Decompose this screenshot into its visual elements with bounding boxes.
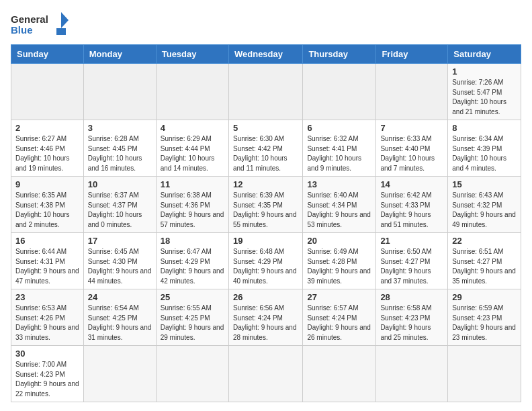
logo: General Blue bbox=[11, 11, 71, 36]
calendar-day-cell bbox=[228, 64, 302, 120]
day-info: Sunrise: 6:48 AM Sunset: 4:29 PM Dayligh… bbox=[233, 247, 298, 286]
day-number: 6 bbox=[307, 123, 371, 133]
day-info: Sunrise: 6:29 AM Sunset: 4:44 PM Dayligh… bbox=[161, 134, 224, 173]
calendar-header-sunday: Sunday bbox=[11, 45, 84, 64]
calendar-day-cell: 10Sunrise: 6:37 AM Sunset: 4:37 PM Dayli… bbox=[83, 177, 156, 233]
day-number: 26 bbox=[233, 292, 298, 302]
calendar-day-cell: 12Sunrise: 6:39 AM Sunset: 4:35 PM Dayli… bbox=[228, 177, 302, 233]
day-info: Sunrise: 6:33 AM Sunset: 4:40 PM Dayligh… bbox=[380, 134, 443, 173]
calendar-table: SundayMondayTuesdayWednesdayThursdayFrid… bbox=[11, 44, 521, 402]
calendar-day-cell: 18Sunrise: 6:47 AM Sunset: 4:29 PM Dayli… bbox=[156, 233, 228, 289]
svg-marker-2 bbox=[56, 12, 69, 35]
day-info: Sunrise: 6:43 AM Sunset: 4:32 PM Dayligh… bbox=[452, 191, 517, 230]
day-number: 1 bbox=[452, 66, 517, 77]
calendar-day-cell: 1Sunrise: 7:26 AM Sunset: 5:47 PM Daylig… bbox=[448, 64, 521, 120]
calendar-day-cell bbox=[303, 346, 376, 402]
day-info: Sunrise: 7:26 AM Sunset: 5:47 PM Dayligh… bbox=[452, 78, 517, 117]
day-info: Sunrise: 6:27 AM Sunset: 4:46 PM Dayligh… bbox=[15, 134, 79, 173]
calendar-header-wednesday: Wednesday bbox=[228, 45, 302, 64]
calendar-day-cell: 11Sunrise: 6:38 AM Sunset: 4:36 PM Dayli… bbox=[156, 177, 228, 233]
day-number: 29 bbox=[452, 292, 517, 302]
calendar-day-cell: 21Sunrise: 6:50 AM Sunset: 4:27 PM Dayli… bbox=[376, 233, 448, 289]
day-info: Sunrise: 6:40 AM Sunset: 4:34 PM Dayligh… bbox=[307, 191, 371, 230]
day-number: 7 bbox=[380, 123, 443, 133]
calendar-day-cell bbox=[156, 64, 228, 120]
svg-text:Blue: Blue bbox=[11, 24, 33, 36]
day-info: Sunrise: 6:30 AM Sunset: 4:42 PM Dayligh… bbox=[233, 134, 298, 173]
day-number: 8 bbox=[452, 123, 517, 133]
calendar-day-cell: 30Sunrise: 7:00 AM Sunset: 4:23 PM Dayli… bbox=[11, 346, 84, 402]
day-number: 22 bbox=[452, 236, 517, 246]
svg-text:General: General bbox=[11, 13, 48, 25]
calendar-day-cell: 19Sunrise: 6:48 AM Sunset: 4:29 PM Dayli… bbox=[228, 233, 302, 289]
calendar-day-cell: 23Sunrise: 6:53 AM Sunset: 4:26 PM Dayli… bbox=[11, 289, 84, 346]
day-number: 13 bbox=[307, 179, 371, 189]
day-number: 3 bbox=[88, 123, 152, 133]
calendar-day-cell: 9Sunrise: 6:35 AM Sunset: 4:38 PM Daylig… bbox=[11, 177, 84, 233]
day-info: Sunrise: 6:57 AM Sunset: 4:24 PM Dayligh… bbox=[307, 304, 371, 342]
calendar-day-cell: 6Sunrise: 6:32 AM Sunset: 4:41 PM Daylig… bbox=[303, 120, 376, 177]
day-number: 9 bbox=[15, 179, 79, 189]
day-number: 30 bbox=[15, 349, 79, 359]
calendar-week-row: 2Sunrise: 6:27 AM Sunset: 4:46 PM Daylig… bbox=[11, 120, 521, 177]
calendar-day-cell: 4Sunrise: 6:29 AM Sunset: 4:44 PM Daylig… bbox=[156, 120, 228, 177]
calendar-day-cell bbox=[376, 346, 448, 402]
day-info: Sunrise: 6:56 AM Sunset: 4:24 PM Dayligh… bbox=[233, 304, 298, 342]
calendar-day-cell bbox=[83, 346, 156, 402]
calendar-day-cell bbox=[83, 64, 156, 120]
day-number: 25 bbox=[161, 292, 224, 302]
day-number: 28 bbox=[380, 292, 443, 302]
calendar-day-cell bbox=[303, 64, 376, 120]
calendar-day-cell: 15Sunrise: 6:43 AM Sunset: 4:32 PM Dayli… bbox=[448, 177, 521, 233]
day-info: Sunrise: 6:44 AM Sunset: 4:31 PM Dayligh… bbox=[15, 247, 79, 286]
calendar-day-cell: 27Sunrise: 6:57 AM Sunset: 4:24 PM Dayli… bbox=[303, 289, 376, 346]
day-info: Sunrise: 6:58 AM Sunset: 4:23 PM Dayligh… bbox=[380, 304, 443, 342]
day-number: 20 bbox=[307, 236, 371, 246]
calendar-day-cell: 28Sunrise: 6:58 AM Sunset: 4:23 PM Dayli… bbox=[376, 289, 448, 346]
calendar-day-cell: 20Sunrise: 6:49 AM Sunset: 4:28 PM Dayli… bbox=[303, 233, 376, 289]
day-info: Sunrise: 6:54 AM Sunset: 4:25 PM Dayligh… bbox=[88, 304, 152, 342]
calendar-day-cell: 14Sunrise: 6:42 AM Sunset: 4:33 PM Dayli… bbox=[376, 177, 448, 233]
calendar-day-cell: 29Sunrise: 6:59 AM Sunset: 4:23 PM Dayli… bbox=[448, 289, 521, 346]
day-number: 21 bbox=[380, 236, 443, 246]
calendar-day-cell: 5Sunrise: 6:30 AM Sunset: 4:42 PM Daylig… bbox=[228, 120, 302, 177]
calendar-day-cell bbox=[156, 346, 228, 402]
calendar-day-cell bbox=[448, 346, 521, 402]
calendar-header-row: SundayMondayTuesdayWednesdayThursdayFrid… bbox=[11, 45, 521, 64]
calendar-day-cell: 22Sunrise: 6:51 AM Sunset: 4:27 PM Dayli… bbox=[448, 233, 521, 289]
day-number: 11 bbox=[161, 179, 224, 189]
day-info: Sunrise: 6:49 AM Sunset: 4:28 PM Dayligh… bbox=[307, 247, 371, 286]
day-number: 17 bbox=[88, 236, 152, 246]
day-number: 19 bbox=[233, 236, 298, 246]
calendar-day-cell: 7Sunrise: 6:33 AM Sunset: 4:40 PM Daylig… bbox=[376, 120, 448, 177]
calendar-day-cell: 16Sunrise: 6:44 AM Sunset: 4:31 PM Dayli… bbox=[11, 233, 84, 289]
day-number: 15 bbox=[452, 179, 517, 189]
calendar-header-friday: Friday bbox=[376, 45, 448, 64]
day-number: 27 bbox=[307, 292, 371, 302]
logo-svg: General Blue bbox=[11, 11, 71, 36]
calendar-day-cell: 13Sunrise: 6:40 AM Sunset: 4:34 PM Dayli… bbox=[303, 177, 376, 233]
day-info: Sunrise: 6:28 AM Sunset: 4:45 PM Dayligh… bbox=[88, 134, 152, 173]
calendar-week-row: 9Sunrise: 6:35 AM Sunset: 4:38 PM Daylig… bbox=[11, 177, 521, 233]
day-info: Sunrise: 6:50 AM Sunset: 4:27 PM Dayligh… bbox=[380, 247, 443, 286]
day-number: 16 bbox=[15, 236, 79, 246]
day-info: Sunrise: 6:38 AM Sunset: 4:36 PM Dayligh… bbox=[161, 191, 224, 230]
day-info: Sunrise: 6:51 AM Sunset: 4:27 PM Dayligh… bbox=[452, 247, 517, 286]
calendar-day-cell bbox=[376, 64, 448, 120]
page-header: General Blue bbox=[11, 11, 521, 36]
day-info: Sunrise: 6:34 AM Sunset: 4:39 PM Dayligh… bbox=[452, 134, 517, 173]
day-number: 24 bbox=[88, 292, 152, 302]
day-info: Sunrise: 6:42 AM Sunset: 4:33 PM Dayligh… bbox=[380, 191, 443, 230]
day-number: 5 bbox=[233, 123, 298, 133]
day-number: 12 bbox=[233, 179, 298, 189]
calendar-header-monday: Monday bbox=[83, 45, 156, 64]
day-info: Sunrise: 6:47 AM Sunset: 4:29 PM Dayligh… bbox=[161, 247, 224, 286]
calendar-day-cell: 24Sunrise: 6:54 AM Sunset: 4:25 PM Dayli… bbox=[83, 289, 156, 346]
day-info: Sunrise: 6:39 AM Sunset: 4:35 PM Dayligh… bbox=[233, 191, 298, 230]
calendar-day-cell: 25Sunrise: 6:55 AM Sunset: 4:25 PM Dayli… bbox=[156, 289, 228, 346]
calendar-week-row: 23Sunrise: 6:53 AM Sunset: 4:26 PM Dayli… bbox=[11, 289, 521, 346]
calendar-day-cell bbox=[228, 346, 302, 402]
day-number: 10 bbox=[88, 179, 152, 189]
day-info: Sunrise: 6:53 AM Sunset: 4:26 PM Dayligh… bbox=[15, 304, 79, 342]
day-info: Sunrise: 6:32 AM Sunset: 4:41 PM Dayligh… bbox=[307, 134, 371, 173]
